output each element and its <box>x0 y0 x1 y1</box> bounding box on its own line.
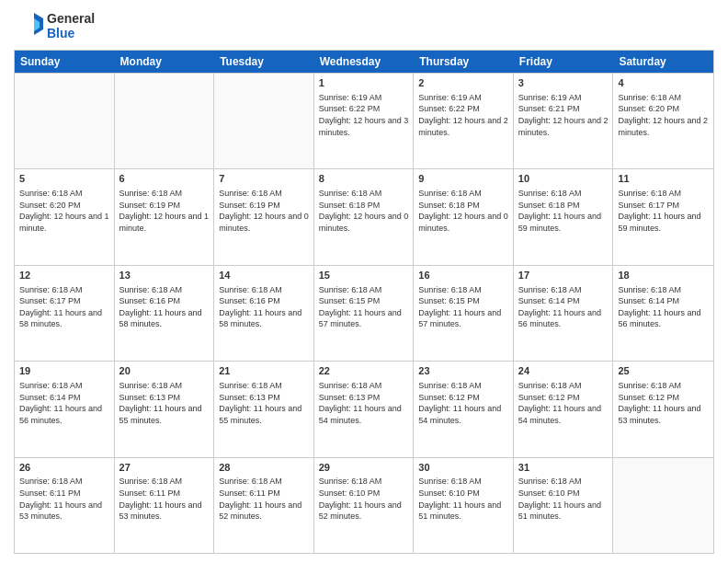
day-number: 26 <box>19 461 109 475</box>
day-number: 21 <box>219 364 309 378</box>
page: General Blue SundayMondayTuesdayWednesda… <box>0 0 728 563</box>
day-info: Sunrise: 6:18 AM Sunset: 6:13 PM Dayligh… <box>219 380 309 426</box>
calendar: SundayMondayTuesdayWednesdayThursdayFrid… <box>14 50 714 554</box>
day-info: Sunrise: 6:18 AM Sunset: 6:11 PM Dayligh… <box>219 476 309 522</box>
day-cell-8: 8Sunrise: 6:18 AM Sunset: 6:18 PM Daylig… <box>314 169 415 264</box>
day-number: 14 <box>219 269 309 282</box>
logo: General Blue <box>14 9 95 42</box>
header: General Blue <box>14 9 714 42</box>
day-number: 29 <box>319 461 409 475</box>
day-info: Sunrise: 6:18 AM Sunset: 6:19 PM Dayligh… <box>219 188 309 234</box>
day-cell-20: 20Sunrise: 6:18 AM Sunset: 6:13 PM Dayli… <box>115 362 215 456</box>
day-cell-3: 3Sunrise: 6:19 AM Sunset: 6:21 PM Daylig… <box>514 74 614 168</box>
day-cell-13: 13Sunrise: 6:18 AM Sunset: 6:16 PM Dayli… <box>115 266 215 361</box>
day-cell-15: 15Sunrise: 6:18 AM Sunset: 6:15 PM Dayli… <box>314 266 415 361</box>
day-info: Sunrise: 6:18 AM Sunset: 6:13 PM Dayligh… <box>319 380 409 426</box>
day-cell-11: 11Sunrise: 6:18 AM Sunset: 6:17 PM Dayli… <box>613 169 713 264</box>
day-cell-4: 4Sunrise: 6:18 AM Sunset: 6:20 PM Daylig… <box>613 74 713 168</box>
calendar-body: 1Sunrise: 6:19 AM Sunset: 6:22 PM Daylig… <box>15 73 713 553</box>
day-number: 10 <box>518 172 609 186</box>
empty-cell <box>15 74 115 168</box>
week-row-5: 26Sunrise: 6:18 AM Sunset: 6:11 PM Dayli… <box>15 457 713 553</box>
logo-blue: Blue <box>47 26 95 40</box>
day-cell-5: 5Sunrise: 6:18 AM Sunset: 6:20 PM Daylig… <box>15 169 115 264</box>
day-number: 28 <box>219 461 309 475</box>
day-info: Sunrise: 6:18 AM Sunset: 6:15 PM Dayligh… <box>418 284 508 330</box>
day-number: 3 <box>518 76 609 90</box>
day-number: 13 <box>119 269 210 282</box>
day-cell-27: 27Sunrise: 6:18 AM Sunset: 6:11 PM Dayli… <box>115 458 215 553</box>
calendar-header: SundayMondayTuesdayWednesdayThursdayFrid… <box>15 51 713 73</box>
day-info: Sunrise: 6:18 AM Sunset: 6:16 PM Dayligh… <box>119 284 210 330</box>
day-cell-31: 31Sunrise: 6:18 AM Sunset: 6:10 PM Dayli… <box>514 458 614 553</box>
day-cell-23: 23Sunrise: 6:18 AM Sunset: 6:12 PM Dayli… <box>414 362 514 456</box>
day-cell-29: 29Sunrise: 6:18 AM Sunset: 6:10 PM Dayli… <box>314 458 415 553</box>
day-header-sunday: Sunday <box>15 51 115 73</box>
day-info: Sunrise: 6:18 AM Sunset: 6:13 PM Dayligh… <box>119 380 210 426</box>
day-cell-28: 28Sunrise: 6:18 AM Sunset: 6:11 PM Dayli… <box>214 458 314 553</box>
day-info: Sunrise: 6:19 AM Sunset: 6:21 PM Dayligh… <box>518 92 609 138</box>
day-number: 17 <box>518 269 609 282</box>
day-info: Sunrise: 6:18 AM Sunset: 6:12 PM Dayligh… <box>518 380 609 426</box>
day-header-saturday: Saturday <box>613 51 713 73</box>
day-number: 4 <box>618 76 709 90</box>
day-info: Sunrise: 6:18 AM Sunset: 6:14 PM Dayligh… <box>618 284 709 330</box>
day-info: Sunrise: 6:18 AM Sunset: 6:18 PM Dayligh… <box>418 188 508 234</box>
logo-text: General Blue <box>47 11 95 40</box>
day-number: 25 <box>618 364 709 378</box>
logo-container: General Blue <box>14 9 95 42</box>
day-cell-6: 6Sunrise: 6:18 AM Sunset: 6:19 PM Daylig… <box>115 169 215 264</box>
day-number: 22 <box>319 364 409 378</box>
day-header-tuesday: Tuesday <box>214 51 314 73</box>
day-info: Sunrise: 6:18 AM Sunset: 6:17 PM Dayligh… <box>618 188 709 234</box>
day-info: Sunrise: 6:18 AM Sunset: 6:11 PM Dayligh… <box>19 476 109 522</box>
day-info: Sunrise: 6:18 AM Sunset: 6:15 PM Dayligh… <box>319 284 409 330</box>
day-cell-7: 7Sunrise: 6:18 AM Sunset: 6:19 PM Daylig… <box>214 169 314 264</box>
day-info: Sunrise: 6:18 AM Sunset: 6:19 PM Dayligh… <box>119 188 210 234</box>
day-header-monday: Monday <box>115 51 215 73</box>
day-number: 30 <box>418 461 508 475</box>
day-number: 5 <box>19 172 109 186</box>
day-cell-30: 30Sunrise: 6:18 AM Sunset: 6:10 PM Dayli… <box>414 458 514 553</box>
day-number: 20 <box>119 364 210 378</box>
day-number: 12 <box>19 269 109 282</box>
day-info: Sunrise: 6:18 AM Sunset: 6:17 PM Dayligh… <box>19 284 109 330</box>
week-row-4: 19Sunrise: 6:18 AM Sunset: 6:14 PM Dayli… <box>15 361 713 456</box>
empty-cell <box>115 74 215 168</box>
empty-cell <box>214 74 314 168</box>
day-info: Sunrise: 6:19 AM Sunset: 6:22 PM Dayligh… <box>418 92 508 138</box>
day-info: Sunrise: 6:18 AM Sunset: 6:12 PM Dayligh… <box>418 380 508 426</box>
day-cell-26: 26Sunrise: 6:18 AM Sunset: 6:11 PM Dayli… <box>15 458 115 553</box>
day-cell-17: 17Sunrise: 6:18 AM Sunset: 6:14 PM Dayli… <box>514 266 614 361</box>
day-info: Sunrise: 6:19 AM Sunset: 6:22 PM Dayligh… <box>319 92 409 138</box>
empty-cell <box>613 458 713 553</box>
day-info: Sunrise: 6:18 AM Sunset: 6:10 PM Dayligh… <box>518 476 609 522</box>
day-number: 2 <box>418 76 508 90</box>
day-cell-9: 9Sunrise: 6:18 AM Sunset: 6:18 PM Daylig… <box>414 169 514 264</box>
day-cell-25: 25Sunrise: 6:18 AM Sunset: 6:12 PM Dayli… <box>613 362 713 456</box>
day-info: Sunrise: 6:18 AM Sunset: 6:10 PM Dayligh… <box>319 476 409 522</box>
day-number: 15 <box>319 269 409 282</box>
day-info: Sunrise: 6:18 AM Sunset: 6:18 PM Dayligh… <box>518 188 609 234</box>
day-cell-12: 12Sunrise: 6:18 AM Sunset: 6:17 PM Dayli… <box>15 266 115 361</box>
day-info: Sunrise: 6:18 AM Sunset: 6:16 PM Dayligh… <box>219 284 309 330</box>
day-info: Sunrise: 6:18 AM Sunset: 6:14 PM Dayligh… <box>518 284 609 330</box>
day-cell-2: 2Sunrise: 6:19 AM Sunset: 6:22 PM Daylig… <box>414 74 514 168</box>
day-number: 23 <box>418 364 508 378</box>
day-info: Sunrise: 6:18 AM Sunset: 6:20 PM Dayligh… <box>19 188 109 234</box>
day-number: 9 <box>418 172 508 186</box>
day-cell-14: 14Sunrise: 6:18 AM Sunset: 6:16 PM Dayli… <box>214 266 314 361</box>
day-number: 1 <box>319 76 409 90</box>
day-info: Sunrise: 6:18 AM Sunset: 6:12 PM Dayligh… <box>618 380 709 426</box>
day-info: Sunrise: 6:18 AM Sunset: 6:14 PM Dayligh… <box>19 380 109 426</box>
day-number: 16 <box>418 269 508 282</box>
day-number: 11 <box>618 172 709 186</box>
day-cell-19: 19Sunrise: 6:18 AM Sunset: 6:14 PM Dayli… <box>15 362 115 456</box>
day-info: Sunrise: 6:18 AM Sunset: 6:11 PM Dayligh… <box>119 476 210 522</box>
day-info: Sunrise: 6:18 AM Sunset: 6:20 PM Dayligh… <box>618 92 709 138</box>
day-number: 8 <box>319 172 409 186</box>
day-cell-21: 21Sunrise: 6:18 AM Sunset: 6:13 PM Dayli… <box>214 362 314 456</box>
day-info: Sunrise: 6:18 AM Sunset: 6:18 PM Dayligh… <box>319 188 409 234</box>
day-number: 7 <box>219 172 309 186</box>
day-cell-1: 1Sunrise: 6:19 AM Sunset: 6:22 PM Daylig… <box>314 74 415 168</box>
